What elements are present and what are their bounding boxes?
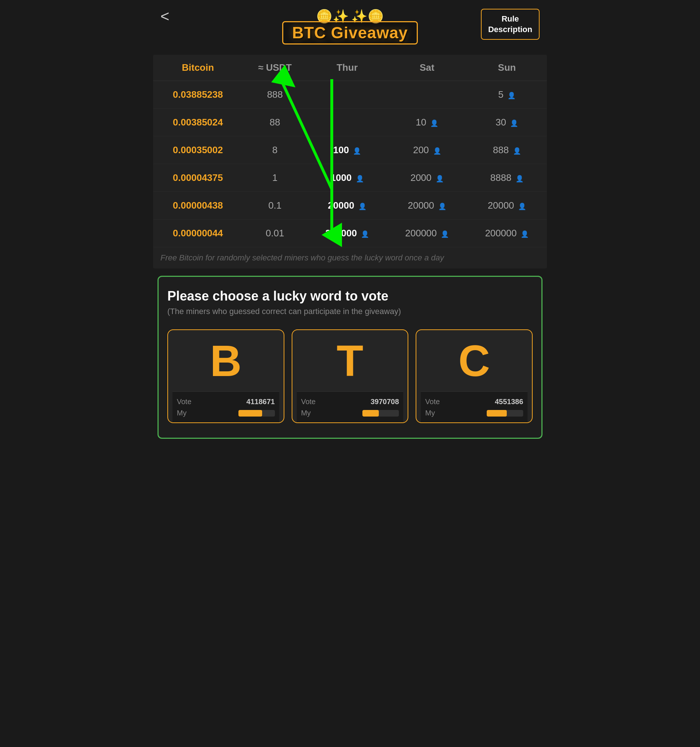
cell-thur: 20000 👤: [307, 192, 387, 219]
word-cards-container: B Vote 4118671 My T Vote 39: [167, 330, 533, 423]
vote-title: Please choose a lucky word to vote: [167, 289, 533, 304]
table-row: 0.00000044 0.01 200000 👤 200000 👤 200000…: [153, 219, 547, 247]
rule-description-button[interactable]: RuleDescription: [481, 9, 540, 40]
my-label-c: My: [425, 409, 435, 417]
vote-label-b: Vote: [177, 398, 192, 406]
cell-sun: 888 👤: [467, 136, 547, 164]
cell-btc: 0.00385024: [153, 109, 243, 136]
col-header-thur: Thur: [307, 55, 387, 81]
back-button[interactable]: <: [160, 9, 169, 24]
cell-btc: 0.03885238: [153, 81, 243, 109]
word-letter-b: B: [210, 339, 242, 383]
vote-label-t: Vote: [301, 398, 316, 406]
vote-subtitle: (The miners who guessed correct can part…: [167, 307, 533, 316]
cell-sun: 20000 👤: [467, 192, 547, 219]
word-letter-t: T: [336, 339, 363, 383]
word-letter-c: C: [458, 339, 490, 383]
col-header-sat: Sat: [387, 55, 467, 81]
vote-count-t: 3970708: [370, 398, 399, 406]
cell-sat: 20000 👤: [387, 192, 467, 219]
table-row: 0.00000438 0.1 20000 👤 20000 👤 20000 👤: [153, 192, 547, 219]
card-bottom-b: Vote 4118671 My: [172, 392, 279, 422]
my-bar-b: [238, 410, 275, 417]
my-bar-fill-t: [362, 410, 379, 417]
col-header-usdt: ≈ USDT: [243, 55, 307, 81]
cell-thur: 100 👤: [307, 136, 387, 164]
cell-btc: 0.00000044: [153, 219, 243, 247]
my-bar-fill-b: [238, 410, 262, 417]
vote-section: Please choose a lucky word to vote (The …: [157, 276, 543, 439]
vote-row-b: Vote 4118671: [177, 398, 275, 406]
cell-sun: 200000 👤: [467, 219, 547, 247]
cell-sat: 2000 👤: [387, 164, 467, 192]
cell-sun: 30 👤: [467, 109, 547, 136]
word-card-c[interactable]: C Vote 4551386 My: [416, 330, 533, 423]
cell-usdt: 1: [243, 164, 307, 192]
cell-usdt: 0.01: [243, 219, 307, 247]
vote-label-c: Vote: [425, 398, 440, 406]
col-header-bitcoin: Bitcoin: [153, 55, 243, 81]
cell-sat: [387, 81, 467, 109]
cell-usdt: 8: [243, 136, 307, 164]
title-wrapper: 🪙✨ ✨🪙 BTC Giveaway: [282, 9, 418, 44]
cell-thur: 200000 👤: [307, 219, 387, 247]
my-row-t: My: [301, 409, 399, 417]
word-card-b[interactable]: B Vote 4118671 My: [167, 330, 284, 423]
vote-row-t: Vote 3970708: [301, 398, 399, 406]
cell-sat: 200 👤: [387, 136, 467, 164]
card-bottom-c: Vote 4551386 My: [421, 392, 528, 422]
my-bar-fill-c: [487, 410, 507, 417]
cell-sat: 10 👤: [387, 109, 467, 136]
my-row-b: My: [177, 409, 275, 417]
table-row: 0.00385024 88 10 👤 30 👤: [153, 109, 547, 136]
vote-count-b: 4118671: [246, 398, 275, 406]
word-card-t[interactable]: T Vote 3970708 My: [292, 330, 409, 423]
cell-btc: 0.00000438: [153, 192, 243, 219]
my-bar-c: [487, 410, 523, 417]
my-row-c: My: [425, 409, 523, 417]
cell-thur: [307, 109, 387, 136]
reward-table-section: Bitcoin ≈ USDT Thur Sat Sun 0.03885238 8…: [153, 55, 547, 268]
cell-usdt: 0.1: [243, 192, 307, 219]
reward-table: Bitcoin ≈ USDT Thur Sat Sun 0.03885238 8…: [153, 55, 547, 247]
cell-usdt: 88: [243, 109, 307, 136]
cell-btc: 0.00004375: [153, 164, 243, 192]
cell-usdt: 888: [243, 81, 307, 109]
col-header-sun: Sun: [467, 55, 547, 81]
table-row: 0.00035002 8 100 👤 200 👤 888 👤: [153, 136, 547, 164]
page-title: BTC Giveaway: [282, 21, 418, 44]
table-row: 0.03885238 888 5 👤: [153, 81, 547, 109]
cell-thur: [307, 81, 387, 109]
my-label-t: My: [301, 409, 311, 417]
cell-thur: 1000 👤: [307, 164, 387, 192]
my-bar-t: [362, 410, 399, 417]
my-label-b: My: [177, 409, 187, 417]
header: < 🪙✨ ✨🪙 BTC Giveaway RuleDescription: [153, 0, 547, 49]
cell-sun: 5 👤: [467, 81, 547, 109]
table-footnote: Free Bitcoin for randomly selected miner…: [153, 247, 547, 268]
cell-sat: 200000 👤: [387, 219, 467, 247]
vote-row-c: Vote 4551386: [425, 398, 523, 406]
table-row: 0.00004375 1 1000 👤 2000 👤 8888 👤: [153, 164, 547, 192]
card-bottom-t: Vote 3970708 My: [297, 392, 404, 422]
vote-count-c: 4551386: [495, 398, 523, 406]
cell-sun: 8888 👤: [467, 164, 547, 192]
cell-btc: 0.00035002: [153, 136, 243, 164]
